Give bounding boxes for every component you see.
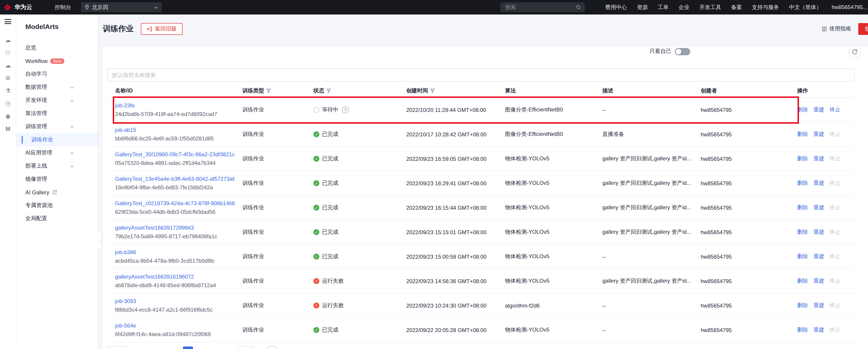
terminate-link[interactable]: 终止 <box>830 326 841 334</box>
topnav-link-8[interactable]: hw85654795... <box>832 4 867 10</box>
topnav-link-1[interactable]: 资源 <box>637 3 648 11</box>
prev-page-button[interactable]: ‹ <box>173 348 181 349</box>
sidebar-item-4[interactable]: 开发环境 <box>16 94 98 107</box>
rebuild-link[interactable]: 重建 <box>813 179 824 187</box>
experiment-icon[interactable]: ⚗ <box>5 88 10 95</box>
terminate-link[interactable]: 终止 <box>830 228 841 236</box>
rebuild-link[interactable]: 重建 <box>813 204 824 212</box>
huawei-logo-icon[interactable] <box>4 3 11 11</box>
rebuild-link[interactable]: 重建 <box>813 326 824 334</box>
topnav-link-6[interactable]: 支持与服务 <box>752 3 779 11</box>
sidebar-item-8[interactable]: 部署上线 <box>16 159 98 172</box>
sidebar-collapse-handle[interactable]: ‹ <box>97 231 102 249</box>
sidebar-item-2[interactable]: 自动学习 <box>16 67 98 81</box>
sidebar-item-0[interactable]: 总览 <box>16 41 98 54</box>
delete-link[interactable]: 删除 <box>797 277 808 285</box>
region-selector[interactable]: 北京四 <box>81 2 162 12</box>
page-number[interactable]: 2 <box>195 347 205 349</box>
only-mine-toggle[interactable] <box>675 48 690 55</box>
terminate-link[interactable]: 终止 <box>830 204 841 212</box>
sidebar-item-9[interactable]: 镜像管理 <box>16 172 98 186</box>
delete-link[interactable]: 删除 <box>797 302 808 309</box>
delete-link[interactable]: 删除 <box>797 155 808 163</box>
delete-link[interactable]: 删除 <box>797 130 808 138</box>
search-icon[interactable] <box>576 4 581 10</box>
job-search-input[interactable] <box>107 68 855 82</box>
sidebar-item-3[interactable]: 数据管理 <box>16 81 98 94</box>
console-link[interactable]: 控制台 <box>55 3 71 11</box>
topnav-link-2[interactable]: 工单 <box>658 3 669 11</box>
help-icon[interactable]: ? <box>342 106 349 113</box>
history-icon[interactable]: ◷ <box>5 100 11 107</box>
topnav-link-7[interactable]: 中文（简体） <box>789 3 822 11</box>
user-icon[interactable]: ◉ <box>5 113 11 120</box>
delete-link[interactable]: 删除 <box>797 204 808 212</box>
sidebar-item-7[interactable]: AI应用管理 <box>16 146 98 159</box>
global-search-input[interactable] <box>504 4 565 11</box>
sidebar-item-6[interactable]: 训练管理 <box>16 120 98 133</box>
topnav-link-4[interactable]: 开发工具 <box>700 3 721 11</box>
job-name-link[interactable]: GalleryTest_c0218739-424a-4c73-878f-908b… <box>115 199 235 208</box>
filter-icon[interactable] <box>266 88 271 93</box>
rebuild-link[interactable]: 重建 <box>813 228 824 236</box>
user-guide-link[interactable]: 使用指南 <box>822 25 851 33</box>
filter-icon[interactable] <box>430 88 435 93</box>
rebuild-link[interactable]: 重建 <box>813 106 824 114</box>
terminate-link[interactable]: 终止 <box>830 179 841 187</box>
topnav-link-5[interactable]: 备案 <box>731 3 742 11</box>
menu-icon[interactable] <box>4 19 11 24</box>
brand-name[interactable]: 华为云 <box>14 3 32 11</box>
job-id: ab878afe-dbd9-4148-85ed-906f8a8712a4 <box>115 281 235 289</box>
topnav-link-0[interactable]: 费用中心 <box>605 3 627 11</box>
job-name-link[interactable]: job-ab15 <box>115 126 235 134</box>
status-cell: 已完成 <box>306 179 399 187</box>
terminate-link[interactable]: 终止 <box>830 130 841 138</box>
sidebar-subitem[interactable]: 训练作业 <box>16 133 98 146</box>
sidebar-item-5[interactable]: 算法管理 <box>16 107 98 120</box>
create-training-job-button[interactable]: 创建训练作业 <box>858 23 868 35</box>
page-number[interactable]: 1 <box>183 347 193 349</box>
delete-link[interactable]: 删除 <box>797 228 808 236</box>
page-size-select[interactable]: 10 <box>107 346 128 349</box>
delete-link[interactable]: 删除 <box>797 179 808 187</box>
filter-icon[interactable] <box>327 88 331 93</box>
terminate-link[interactable]: 终止 <box>830 106 841 114</box>
topnav-link-3[interactable]: 企业 <box>679 3 689 11</box>
job-name-link[interactable]: GalleryTest_13e45a4e-b3ff-4e63-8042-af57… <box>115 175 235 183</box>
rebuild-link[interactable]: 重建 <box>813 302 824 309</box>
refresh-button[interactable] <box>848 45 861 58</box>
job-name-link[interactable]: job-23fe <box>115 101 235 110</box>
next-page-button[interactable]: › <box>207 348 215 349</box>
sidebar-item-10[interactable]: AI Gallery <box>16 186 98 199</box>
modelarts-icon[interactable]: M <box>5 125 10 133</box>
job-name-link[interactable]: job-3093 <box>115 297 235 306</box>
sidebar-item-1[interactable]: Workflow Beta <box>16 54 98 67</box>
rebuild-link[interactable]: 重建 <box>813 253 824 260</box>
terminate-link[interactable]: 终止 <box>830 155 841 163</box>
compute-icon[interactable]: ⚙ <box>5 75 10 82</box>
rebuild-link[interactable]: 重建 <box>813 277 824 285</box>
cloud-icon[interactable]: ☁ <box>5 37 11 44</box>
sidebar-item-11[interactable]: 专属资源池 <box>16 199 98 212</box>
rebuild-link[interactable]: 重建 <box>813 155 824 163</box>
rebuild-link[interactable]: 重建 <box>813 130 824 138</box>
goto-page-input[interactable] <box>238 346 254 349</box>
cloud-service-icon[interactable]: ☁ <box>5 62 11 69</box>
delete-link[interactable]: 删除 <box>797 106 808 114</box>
back-to-old-version-button[interactable]: 返回旧版 <box>141 23 183 35</box>
goto-page-button[interactable]: ▶ <box>267 346 278 349</box>
delete-link[interactable]: 删除 <box>797 326 808 334</box>
sidebar-title: ModelArts <box>16 23 98 30</box>
terminate-link[interactable]: 终止 <box>830 302 841 309</box>
job-name-link[interactable]: GalleryTest_35f10980-09c7-4f3c-96a2-23df… <box>115 150 235 159</box>
job-name-link[interactable]: galleryAssetTest1663917299943 <box>115 224 235 232</box>
terminate-link[interactable]: 终止 <box>830 277 841 285</box>
sidebar-item-12[interactable]: 全局配置 <box>16 212 98 225</box>
job-name-link[interactable]: job-564e <box>115 322 235 330</box>
terminate-link[interactable]: 终止 <box>830 253 841 260</box>
job-name-link[interactable]: job-b386 <box>115 248 235 257</box>
job-id: 24d2ba6b-5709-419f-aa74-ed7d6092cad7 <box>115 110 235 118</box>
delete-link[interactable]: 删除 <box>797 253 808 260</box>
job-name-link[interactable]: galleryAssetTest1663916196072 <box>115 273 235 281</box>
organization-icon[interactable]: ⚇ <box>5 50 10 57</box>
